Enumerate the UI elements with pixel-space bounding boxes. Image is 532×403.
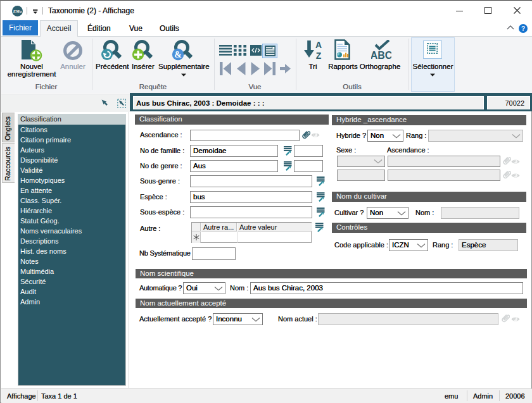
svg-text:?: ? [521, 25, 525, 32]
svg-text:ABC: ABC [371, 50, 391, 60]
svg-text:Z: Z [316, 51, 322, 60]
svg-text:EMu: EMu [13, 9, 22, 13]
svg-text:&: & [174, 50, 182, 59]
svg-text:A: A [315, 40, 322, 50]
